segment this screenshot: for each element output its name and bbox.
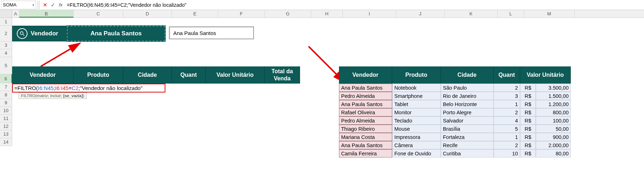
select-all-corner[interactable]	[0, 10, 12, 18]
table-cell[interactable]: Belo Horizonte	[441, 100, 494, 108]
table-cell[interactable]: Mariana Costa	[339, 133, 392, 141]
row-header-14[interactable]: 14	[0, 138, 12, 146]
left-header-total: Total da Venda	[265, 66, 300, 84]
table-cell[interactable]: 900,00	[536, 133, 571, 141]
table-cell[interactable]: Notebook	[392, 84, 441, 92]
table-cell[interactable]: Smartphone	[392, 92, 441, 100]
row-header-4[interactable]: 4	[0, 49, 12, 57]
row-header-12[interactable]: 12	[0, 122, 12, 130]
confirm-icon[interactable]: ✓	[49, 1, 57, 9]
row-header-13[interactable]: 13	[0, 130, 12, 138]
table-cell[interactable]: 800,00	[536, 108, 571, 116]
cancel-icon[interactable]: ✕	[41, 1, 49, 9]
col-header-A[interactable]: A	[12, 10, 19, 18]
col-header-H[interactable]: H	[311, 10, 343, 18]
table-cell[interactable]: 2.000,00	[536, 141, 571, 149]
table-cell[interactable]: Monitor	[392, 108, 441, 116]
selected-vendor-cell[interactable]: Ana Paula Santos	[67, 26, 165, 41]
table-cell[interactable]: R$	[520, 149, 536, 158]
table-cell[interactable]: 10	[494, 149, 520, 158]
table-cell[interactable]: Fone de Ouvido	[392, 149, 441, 158]
col-header-F[interactable]: F	[218, 10, 265, 18]
name-box[interactable]: SOMA ▾	[1, 1, 36, 9]
col-header-B[interactable]: B	[19, 10, 74, 18]
col-header-L[interactable]: L	[498, 10, 524, 18]
left-header-cidade: Cidade	[123, 66, 172, 84]
table-cell[interactable]: 1.500,00	[536, 92, 571, 100]
row-headers: 1 2 3 4 5 6 7 8 9 10 11 12 13 14	[0, 18, 12, 146]
col-header-C[interactable]: C	[74, 10, 123, 18]
table-cell[interactable]: Rafael Oliveira	[339, 108, 392, 116]
left-header-vendedor: Vendedor	[12, 66, 74, 84]
table-cell[interactable]: 1.200,00	[536, 100, 571, 108]
table-cell[interactable]: Ana Paula Santos	[339, 100, 392, 108]
table-cell[interactable]: 2	[494, 141, 520, 149]
formula-cell-b6[interactable]: =FILTRO(I6:N45;I6:I45=C2;"Vendedor não l…	[12, 84, 165, 92]
table-cell[interactable]: Teclado	[392, 116, 441, 125]
row-header-1[interactable]: 1	[0, 18, 12, 26]
table-cell[interactable]: 3.500,00	[536, 84, 571, 92]
row-header-8[interactable]: 8	[0, 91, 12, 99]
table-cell[interactable]: R$	[520, 100, 536, 108]
table-cell[interactable]: Salvador	[441, 116, 494, 125]
row-header-10[interactable]: 10	[0, 107, 12, 115]
row-header-7[interactable]: 7	[0, 83, 12, 91]
table-cell[interactable]: Camila Ferreira	[339, 149, 392, 158]
formula-text: =FILTRO(I6:N45;I6:I45=C2;"Vendedor não l…	[14, 85, 143, 91]
table-cell[interactable]: São Paulo	[441, 84, 494, 92]
table-cell[interactable]: 1	[494, 133, 520, 141]
table-cell[interactable]: 1	[494, 100, 520, 108]
table-cell[interactable]: 4	[494, 116, 520, 125]
table-cell[interactable]: Câmera	[392, 141, 441, 149]
table-cell[interactable]: R$	[520, 141, 536, 149]
table-cell[interactable]: Impressora	[392, 133, 441, 141]
table-cell[interactable]: 2	[494, 108, 520, 116]
table-cell[interactable]: R$	[520, 92, 536, 100]
formula-input[interactable]	[65, 1, 644, 9]
table-cell[interactable]: Mouse	[392, 125, 441, 133]
table-cell[interactable]: 50,00	[536, 125, 571, 133]
chevron-down-icon[interactable]: ▾	[33, 3, 34, 7]
row-header-6[interactable]: 6	[0, 74, 12, 83]
row-header-11[interactable]: 11	[0, 115, 12, 122]
table-cell[interactable]: Rio de Janeiro	[441, 92, 494, 100]
col-header-D[interactable]: D	[123, 10, 172, 18]
table-cell[interactable]: R$	[520, 125, 536, 133]
table-cell[interactable]: R$	[520, 116, 536, 125]
col-header-E[interactable]: E	[172, 10, 218, 18]
table-cell[interactable]: 3	[494, 92, 520, 100]
table-cell[interactable]: 80,00	[536, 149, 571, 158]
col-header-K[interactable]: K	[445, 10, 498, 18]
table-cell[interactable]: 5	[494, 125, 520, 133]
table-cell[interactable]: Thiago Ribeiro	[339, 125, 392, 133]
row-header-2[interactable]: 2	[0, 26, 12, 41]
table-cell[interactable]: Ana Paula Santos	[339, 84, 392, 92]
left-header-valor: Valor Unitário	[206, 66, 265, 84]
table-cell[interactable]: Fortaleza	[441, 133, 494, 141]
table-cell[interactable]: 100,00	[536, 116, 571, 125]
row-header-9[interactable]: 9	[0, 99, 12, 107]
table-cell[interactable]: R$	[520, 84, 536, 92]
table-cell[interactable]: R$	[520, 133, 536, 141]
spreadsheet-cells[interactable]: Vendedor Ana Paula Santos Ana Paula Sant…	[12, 18, 644, 146]
table-cell[interactable]: Porto Alegre	[441, 108, 494, 116]
row-header-5[interactable]: 5	[0, 57, 12, 74]
fx-icon[interactable]: fx	[57, 1, 65, 9]
vendor-dropdown-display[interactable]: Ana Paula Santos	[169, 26, 254, 39]
table-cell[interactable]: Ana Paula Santos	[339, 141, 392, 149]
table-cell[interactable]: 2	[494, 84, 520, 92]
right-header-valor: Valor Unitário	[520, 66, 571, 84]
table-cell[interactable]: Recife	[441, 141, 494, 149]
col-header-J[interactable]: J	[396, 10, 445, 18]
col-header-I[interactable]: I	[343, 10, 396, 18]
table-cell[interactable]: Brasília	[441, 125, 494, 133]
col-header-G[interactable]: G	[265, 10, 311, 18]
vendedor-label: Vendedor	[31, 30, 58, 37]
col-header-M[interactable]: M	[524, 10, 575, 18]
table-cell[interactable]: Tablet	[392, 100, 441, 108]
table-cell[interactable]: Pedro Almeida	[339, 116, 392, 125]
table-cell[interactable]: Pedro Almeida	[339, 92, 392, 100]
row-header-3[interactable]: 3	[0, 41, 12, 49]
table-cell[interactable]: Curitiba	[441, 149, 494, 158]
table-cell[interactable]: R$	[520, 108, 536, 116]
